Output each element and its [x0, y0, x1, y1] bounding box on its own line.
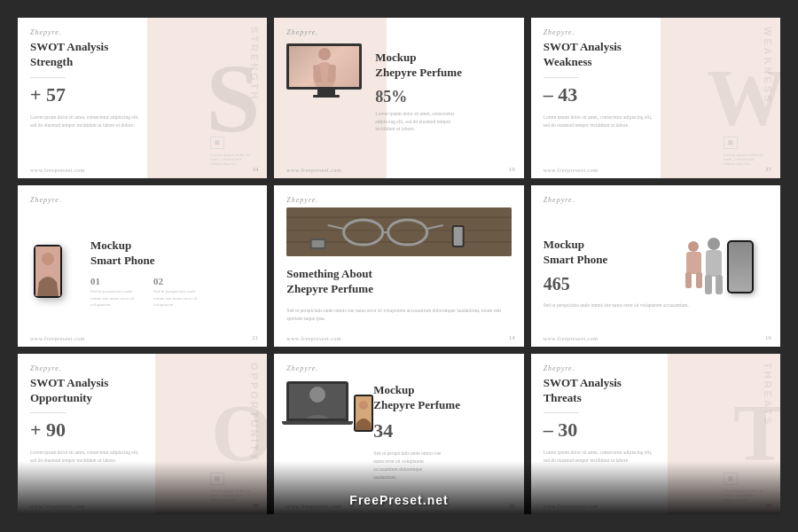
logo-5: Zhepyre. [286, 196, 511, 204]
slide-mockup-monitor: Zhepyre. [274, 18, 523, 178]
logo-4: Zhepyre. [30, 196, 254, 204]
side-text-3: Lorem ipsum dolor sit amet, consectetur … [724, 153, 768, 166]
swot-title-1: SWOT AnalysisStrength [30, 40, 254, 70]
side-text-1: Lorem ipsum dolor sit amet, consectetur … [210, 153, 254, 166]
logo-8: Zhepyre. [286, 364, 511, 372]
cols-row-4: 01 Sed ut perspiciatis unde omnis iste n… [90, 276, 254, 309]
swot-body-1: Lorem ipsum dolor sit amet, consectetur … [30, 113, 145, 129]
mockup-title-2: MockupZhepyre Perfume [375, 51, 462, 81]
swot-number-1: + 57 [30, 83, 254, 106]
body-text-5: Sed ut perspiciatis unde omnis iste natu… [286, 307, 511, 323]
col2-num-4: 02 [153, 276, 202, 286]
swot-title-7: SWOT AnalysisOpportunity [30, 376, 254, 406]
number-8: 34 [373, 419, 460, 442]
percent-2: 85% [375, 88, 462, 106]
top-image-5 [286, 207, 511, 256]
number-6: 465 [544, 274, 689, 294]
slide-num-1: 34 [252, 166, 258, 173]
svg-point-5 [42, 253, 54, 265]
website-2: www.freepreseet.com [286, 168, 341, 173]
logo-3: Zhepyre. [544, 28, 768, 36]
watermark-text: FreePreset.net [349, 493, 448, 507]
swot-title-3: SWOT AnalysisWeakness [544, 40, 768, 70]
website-4: www.freepreseet.com [30, 336, 85, 341]
monitor-screen [286, 43, 362, 90]
col1-text-4: Sed ut perspiciatis unde omnis iste natu… [90, 288, 139, 309]
logo-1: Zhepyre. [30, 28, 254, 36]
swot-number-9: – 30 [544, 419, 768, 442]
slide-num-6: 16 [765, 334, 771, 341]
svg-rect-7 [286, 216, 511, 218]
swot-number-7: + 90 [30, 419, 254, 442]
mockup-title-4: MockupSmart Phone [90, 239, 254, 269]
slide-swot-strength: Zhepyre. SWOT AnalysisStrength + 57 Lore… [18, 18, 267, 178]
svg-rect-25 [685, 272, 692, 288]
slide-num-5: 14 [509, 334, 515, 341]
icon-box-3: ⊞ [724, 137, 738, 149]
slide-swot-weakness: Zhepyre. SWOT AnalysisWeakness – 43 Lore… [531, 18, 780, 178]
watermark-overlay: FreePreset.net [18, 461, 780, 514]
svg-rect-24 [686, 252, 701, 274]
mockup-title-8: MockupZhepyre Perfume [373, 383, 460, 413]
website-1: www.freepreseet.com [30, 168, 85, 173]
website-3: www.freepreseet.com [544, 168, 598, 173]
col1-num-4: 01 [90, 276, 139, 286]
logo-9: Zhepyre. [544, 364, 768, 372]
laptop-screen [286, 381, 348, 421]
icon-box-1: ⊞ [210, 137, 224, 149]
mockup-title-6: MockupSmart Phone [544, 238, 689, 268]
svg-rect-22 [716, 275, 723, 294]
website-6: www.freepreseet.com [544, 336, 598, 341]
slide-num-4: 21 [252, 334, 258, 341]
swot-title-9: SWOT AnalysisThreats [544, 376, 768, 406]
slide-num-3: 37 [765, 166, 771, 173]
svg-point-30 [359, 401, 368, 410]
svg-point-0 [318, 48, 331, 60]
svg-point-28 [309, 387, 325, 403]
body-text-2: Lorem ipsum dolor sit amet, consectetur … [375, 110, 455, 133]
svg-rect-16 [312, 240, 325, 247]
logo-6: Zhepyre. [544, 196, 754, 204]
slide-grid: Zhepyre. SWOT AnalysisStrength + 57 Lore… [18, 18, 780, 514]
svg-point-19 [708, 238, 720, 250]
swot-number-3: – 43 [544, 83, 768, 106]
svg-rect-18 [454, 227, 463, 246]
logo-7: Zhepyre. [30, 364, 254, 372]
slide-mockup-phone-right: Zhepyre. MockupSmart Phone 465 Sed ut pe… [531, 185, 780, 346]
something-title-5: Something AboutZhepyre Perfume [286, 267, 511, 297]
svg-rect-8 [286, 230, 511, 231]
slide-mockup-phone-left: Zhepyre. [18, 185, 267, 346]
swot-body-3: Lorem ipsum dolor sit amet, consectetur … [544, 113, 659, 129]
website-5: www.freepreseet.com [286, 336, 341, 341]
svg-rect-21 [705, 275, 712, 294]
logo-2: Zhepyre. [286, 28, 511, 36]
slide-something-about: Zhepyre. [274, 185, 523, 346]
body-text-6: Sed ut perspiciatis unde omnis iste natu… [544, 301, 689, 309]
svg-rect-20 [706, 250, 722, 277]
svg-point-23 [688, 241, 699, 252]
laptop-base [282, 421, 353, 425]
col2-text-4: Sed ut perspiciatis unde omnis iste natu… [153, 288, 202, 309]
